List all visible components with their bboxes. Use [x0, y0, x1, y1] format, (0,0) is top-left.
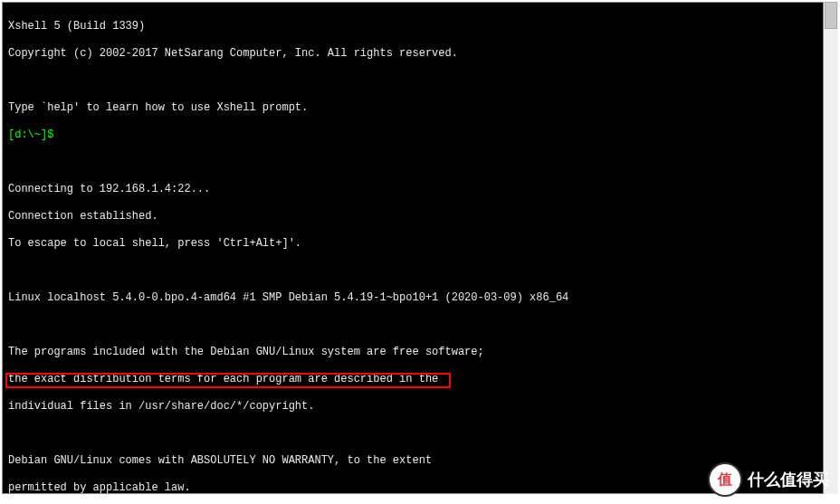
local-prompt: [d:\~]$ — [8, 128, 53, 141]
escape-hint: To escape to local shell, press 'Ctrl+Al… — [8, 237, 817, 251]
motd-line: The programs included with the Debian GN… — [8, 346, 817, 359]
vertical-scrollbar[interactable] — [824, 2, 838, 494]
watermark-text: 什么值得买 — [748, 469, 829, 490]
blank-line — [8, 156, 817, 169]
motd-line: permitted by applicable law. — [8, 481, 817, 494]
motd-line: Debian GNU/Linux comes with ABSOLUTELY N… — [8, 454, 817, 468]
scrollbar-thumb[interactable] — [825, 2, 837, 29]
blank-line — [8, 319, 817, 332]
blank-line — [8, 264, 817, 278]
motd-line: the exact distribution terms for each pr… — [8, 373, 817, 386]
app-title: Xshell 5 (Build 1339) — [8, 20, 817, 33]
terminal-window[interactable]: Xshell 5 (Build 1339) Copyright (c) 2002… — [2, 2, 824, 494]
watermark-badge-icon: 值 — [708, 462, 742, 497]
help-line: Type `help' to learn how to use Xshell p… — [8, 101, 817, 115]
system-info: Linux localhost 5.4.0-0.bpo.4-amd64 #1 S… — [8, 291, 817, 305]
watermark: 值 什么值得买 — [708, 462, 829, 497]
blank-line — [8, 74, 817, 88]
connection-established: Connection established. — [8, 210, 817, 223]
motd-line: individual files in /usr/share/doc/*/cop… — [8, 400, 817, 414]
copyright-line: Copyright (c) 2002-2017 NetSarang Comput… — [8, 47, 817, 61]
blank-line — [8, 427, 817, 441]
connecting-line: Connecting to 192.168.1.4:22... — [8, 183, 817, 196]
